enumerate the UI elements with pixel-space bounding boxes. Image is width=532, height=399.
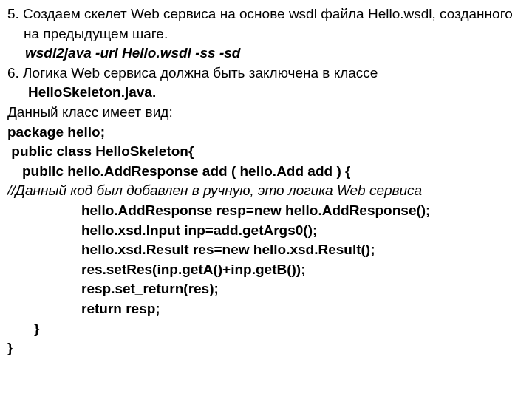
code-method-decl: public hello.AddResponse add ( hello.Add…	[7, 162, 525, 182]
code-line-4: res.setRes(inp.getA()+inp.getB());	[7, 260, 525, 280]
code-package: package hello;	[7, 123, 525, 143]
code-line-6: return resp;	[7, 299, 525, 319]
step-5-text: 5. Создаем скелет Web сервиса на основе …	[7, 4, 525, 44]
step-6-text: 6. Логика Web сервиса должна быть заключ…	[7, 64, 525, 83]
class-description: Данный класс имеет вид:	[7, 103, 525, 123]
code-line-5: resp.set_return(res);	[7, 279, 525, 299]
code-close-brace-inner: }	[7, 319, 525, 339]
class-name-ref: HelloSkeleton.java.	[7, 83, 525, 103]
code-class-decl: public class HelloSkeleton{	[7, 142, 525, 162]
code-comment: //Данный код был добавлен в ручную, это …	[7, 181, 525, 201]
code-line-3: hello.xsd.Result res=new hello.xsd.Resul…	[7, 240, 525, 260]
code-line-2: hello.xsd.Input inp=add.getArgs0();	[7, 221, 525, 241]
wsdl-command: wsdl2java -uri Hello.wsdl -ss -sd	[7, 44, 525, 64]
code-line-1: hello.AddResponse resp=new hello.AddResp…	[7, 201, 525, 221]
code-close-brace-outer: }	[7, 338, 525, 358]
